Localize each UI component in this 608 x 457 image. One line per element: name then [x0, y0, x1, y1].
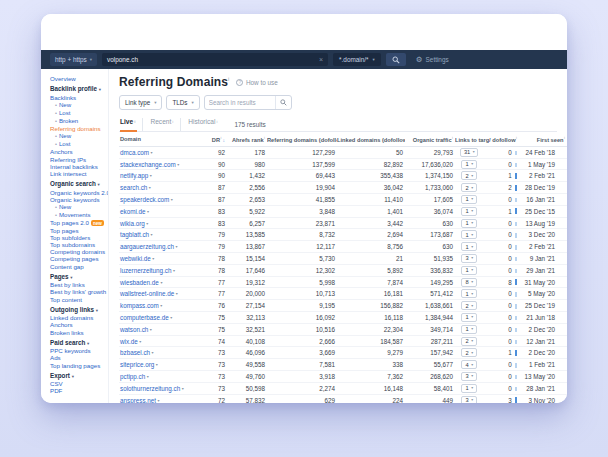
- links-to-target-select[interactable]: 2▾: [461, 183, 476, 192]
- links-to-target-select[interactable]: 1▾: [461, 384, 476, 393]
- sidebar-section-paid-search[interactable]: Paid search ▾: [50, 339, 108, 347]
- sidebar-item-top-subfolders[interactable]: Top subfolders: [50, 234, 108, 241]
- links-to-target-select[interactable]: 31▾: [460, 148, 478, 157]
- domain-link[interactable]: kompass.com: [120, 302, 159, 309]
- domain-link[interactable]: netlify.app: [120, 172, 148, 179]
- chevron-down-icon[interactable]: ▾: [177, 162, 179, 167]
- chevron-down-icon[interactable]: ▾: [173, 268, 175, 273]
- search-in-results-input[interactable]: [205, 96, 275, 109]
- column-header-first-seen[interactable]: First seeni: [519, 132, 567, 146]
- chevron-down-icon[interactable]: ▾: [139, 339, 141, 344]
- link-type-filter[interactable]: Link type ▾: [119, 95, 162, 110]
- sidebar-section-outgoing-links[interactable]: Outgoing links ▾: [50, 306, 108, 314]
- sidebar-item-pdf[interactable]: PDF: [50, 387, 108, 394]
- domain-link[interactable]: watson.ch: [120, 326, 148, 333]
- tab-live[interactable]: Livei: [119, 118, 142, 131]
- column-header-linked-domains-dofollow[interactable]: Linked domains (dofollow)i: [337, 132, 405, 146]
- links-to-target-select[interactable]: 2▾: [461, 301, 476, 310]
- sidebar-item-overview[interactable]: Overview: [50, 75, 108, 82]
- protocol-dropdown[interactable]: http + https ▾: [50, 53, 97, 66]
- sidebar-item-best-by-links[interactable]: Best by links: [50, 281, 108, 288]
- sidebar-item-link-intersect[interactable]: Link intersect: [50, 170, 108, 177]
- domain-link[interactable]: bzbasel.ch: [120, 349, 150, 356]
- column-header-organic-traffic[interactable]: Organic traffici: [405, 132, 455, 146]
- chevron-down-icon[interactable]: ▾: [170, 315, 172, 320]
- sidebar-item-top-subdomains[interactable]: Top subdomains: [50, 241, 108, 248]
- sidebar-item-referring-domains[interactable]: Referring domains: [50, 125, 108, 132]
- chevron-down-icon[interactable]: ▾: [152, 256, 154, 261]
- links-to-target-select[interactable]: 3▾: [461, 254, 476, 263]
- domain-link[interactable]: search.ch: [120, 184, 147, 191]
- sidebar-item-competing-domains[interactable]: Competing domains: [50, 248, 108, 255]
- chevron-down-icon[interactable]: ▾: [152, 350, 154, 355]
- search-button[interactable]: [386, 53, 406, 66]
- sidebar-item-linked-domains[interactable]: Linked domains: [50, 314, 108, 321]
- links-to-target-select[interactable]: 1▾: [461, 289, 476, 298]
- domain-link[interactable]: siteprice.org: [120, 361, 154, 368]
- links-to-target-select[interactable]: 1▾: [461, 207, 476, 216]
- links-to-target-select[interactable]: 1▾: [461, 230, 476, 239]
- column-header-ahrefs-rank[interactable]: Ahrefs ranki: [227, 132, 267, 146]
- sidebar-item-ppc-keywords[interactable]: PPC keywords: [50, 347, 108, 354]
- domain-link[interactable]: ekomi.de: [120, 208, 146, 215]
- column-header-links-to-target[interactable]: Links to targeti: [455, 132, 489, 146]
- chevron-down-icon[interactable]: ▾: [150, 327, 152, 332]
- chevron-down-icon[interactable]: ▾: [158, 398, 160, 403]
- links-to-target-select[interactable]: 1▾: [461, 242, 476, 251]
- sidebar-item-best-by-links-growth[interactable]: Best by links' growth: [50, 288, 108, 295]
- domain-link[interactable]: dmca.com: [120, 149, 149, 156]
- domain-link[interactable]: wiesbaden.de: [120, 279, 159, 286]
- sidebar-subitem-new[interactable]: •New: [50, 132, 108, 140]
- sidebar-section-organic-search[interactable]: Organic search ▾: [50, 180, 108, 188]
- sidebar-subitem-new[interactable]: •New: [50, 203, 108, 211]
- chevron-down-icon[interactable]: ▾: [151, 150, 153, 155]
- sidebar-subitem-movements[interactable]: •Movements: [50, 211, 108, 219]
- column-header-domain[interactable]: Domain: [119, 132, 205, 146]
- search-submit-button[interactable]: [275, 96, 291, 109]
- chevron-down-icon[interactable]: ▾: [147, 374, 149, 379]
- sidebar-item-top-landing-pages[interactable]: Top landing pages: [50, 362, 108, 369]
- domain-link[interactable]: stackexchange.com: [120, 161, 176, 168]
- chevron-down-icon[interactable]: ▾: [151, 232, 153, 237]
- domain-link[interactable]: anspress.net: [120, 397, 156, 403]
- chevron-down-icon[interactable]: ▾: [171, 197, 173, 202]
- domain-link[interactable]: computerbase.de: [120, 314, 169, 321]
- links-to-target-select[interactable]: 1▾: [461, 195, 476, 204]
- sidebar-item-top-pages[interactable]: Top pages: [50, 227, 108, 234]
- domain-link[interactable]: webwiki.de: [120, 255, 151, 262]
- settings-button[interactable]: ⚙ Settings: [416, 56, 449, 63]
- links-to-target-select[interactable]: 1▾: [461, 219, 476, 228]
- links-to-target-select[interactable]: 2▾: [461, 171, 476, 180]
- sidebar-section-pages[interactable]: Pages ▾: [50, 273, 108, 281]
- links-to-target-select[interactable]: 2▾: [461, 337, 476, 346]
- tab-historical[interactable]: Historicali: [180, 118, 224, 131]
- sidebar-item-csv[interactable]: CSV: [50, 380, 108, 387]
- tlds-filter[interactable]: TLDs ▾: [166, 95, 199, 110]
- links-to-target-select[interactable]: 1▾: [461, 266, 476, 275]
- sidebar-item-top-content[interactable]: Top content: [50, 296, 108, 303]
- column-header-dofollow[interactable]: / dofollowi: [489, 132, 519, 146]
- domain-link[interactable]: wallstreet-online.de: [120, 290, 174, 297]
- chevron-down-icon[interactable]: ▾: [182, 386, 184, 391]
- links-to-target-select[interactable]: 1▾: [461, 313, 476, 322]
- links-to-target-select[interactable]: 1▾: [461, 325, 476, 334]
- sidebar-item-organic-keywords[interactable]: Organic keywords: [50, 196, 108, 203]
- sidebar-item-internal-backlinks[interactable]: Internal backlinks: [50, 163, 108, 170]
- sidebar-subitem-lost[interactable]: •Lost: [50, 109, 108, 117]
- sidebar-item-backlinks[interactable]: Backlinks: [50, 94, 108, 101]
- tab-recent[interactable]: Recenti: [142, 118, 180, 131]
- links-to-target-select[interactable]: 1▾: [461, 160, 476, 169]
- clear-icon[interactable]: ×: [319, 56, 323, 63]
- sidebar-section-backlink-profile[interactable]: Backlink profile ▾: [50, 85, 108, 93]
- sidebar-subitem-new[interactable]: •New: [50, 101, 108, 109]
- column-header-dr[interactable]: DRi↓: [205, 132, 227, 146]
- links-to-target-select[interactable]: 4▾: [461, 360, 476, 369]
- domain-link[interactable]: wikia.org: [120, 220, 145, 227]
- sidebar-item-content-gap[interactable]: Content gap: [50, 263, 108, 270]
- chevron-down-icon[interactable]: ▾: [160, 303, 162, 308]
- domain-link[interactable]: speakerdeck.com: [120, 196, 169, 203]
- chevron-down-icon[interactable]: ▾: [160, 280, 162, 285]
- domain-link[interactable]: pctipp.ch: [120, 373, 145, 380]
- domain-link[interactable]: wix.de: [120, 338, 138, 345]
- column-header-referring-domains-dofollow[interactable]: Referring domains (dofollow)i: [267, 132, 337, 146]
